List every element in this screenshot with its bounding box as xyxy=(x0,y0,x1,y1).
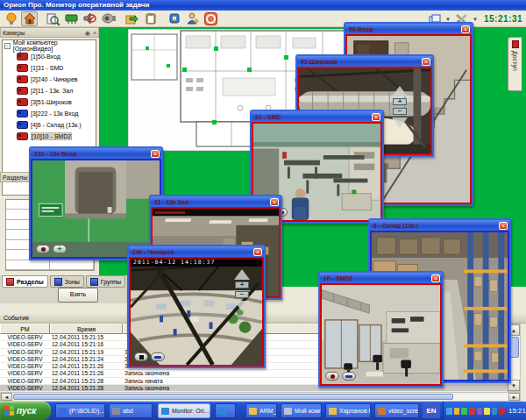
power-off-icon[interactable] xyxy=(203,11,219,26)
tray-icon-2[interactable] xyxy=(454,408,460,415)
add-button[interactable]: + xyxy=(53,245,67,253)
tab-sections[interactable]: Разделы xyxy=(2,275,48,288)
ptz-zoom-in[interactable]: + xyxy=(235,281,249,288)
tree-item-camera-51[interactable]: [3]51-Широков xyxy=(3,96,96,108)
user-icon[interactable] xyxy=(184,11,201,26)
taskbar-item-video-screen[interactable]: video_scree... xyxy=(374,403,419,418)
taskbar: пуск (P:\BOLID)... abd Monitor: Ori... A… xyxy=(0,402,526,420)
scroll-left-icon[interactable]: ◄ xyxy=(1,393,12,401)
close-icon[interactable]: × xyxy=(253,248,262,256)
export-icon[interactable] xyxy=(124,11,140,26)
close-icon[interactable]: × xyxy=(499,222,508,230)
taskbar-item-bolid[interactable]: (P:\BOLID)... xyxy=(55,403,105,418)
take-button[interactable]: Взять xyxy=(58,288,98,303)
ptz-up-icon[interactable] xyxy=(234,269,250,280)
stop-record-button[interactable] xyxy=(134,352,148,361)
lock-icon[interactable] xyxy=(166,11,182,26)
scrollbar-track[interactable] xyxy=(454,393,508,401)
tools-dropdown-icon[interactable]: ▼ xyxy=(473,17,478,22)
language-indicator[interactable]: EN xyxy=(423,403,440,418)
events-horizontal-scrollbar[interactable]: ◄ ► xyxy=(0,392,521,402)
clipboard-icon[interactable] xyxy=(142,11,159,26)
tree-item-camera-11[interactable]: [2]11 - 13к. Зал xyxy=(3,85,96,96)
window-titlebar[interactable]: 31 - SMD × xyxy=(252,111,382,122)
scrollbar-thumb[interactable] xyxy=(13,394,453,400)
tab-zones[interactable]: Зоны xyxy=(50,275,84,288)
close-icon[interactable]: × xyxy=(422,58,430,66)
video-frame-222: + xyxy=(31,159,161,259)
record-button[interactable] xyxy=(325,372,339,381)
window-titlebar[interactable]: 10 - SMD2 × xyxy=(320,273,442,283)
ptz-down-icon[interactable] xyxy=(392,117,408,128)
tray-icon-1[interactable] xyxy=(446,408,452,415)
ptz-zoom-out[interactable]: − xyxy=(235,291,249,298)
camera-window-222[interactable]: 222 - 13к Вход × + xyxy=(29,146,163,260)
close-icon[interactable]: × xyxy=(461,25,470,33)
collapse-icon[interactable]: − xyxy=(4,43,11,49)
tree-root[interactable]: − Мой компьютер [ОрионВидео] xyxy=(3,40,96,51)
tree-item-camera-6[interactable]: [4]6 - Склад (13к.) xyxy=(3,119,96,131)
column-pm[interactable]: РМ xyxy=(0,324,50,334)
taskbar-item-abd[interactable]: abd xyxy=(109,403,153,418)
record-button[interactable] xyxy=(36,245,50,253)
ptz-control[interactable]: + − xyxy=(227,269,257,311)
network-card-icon[interactable] xyxy=(63,11,80,26)
stop-button[interactable] xyxy=(151,352,165,361)
tab-groups[interactable]: Группы xyxy=(86,275,125,288)
window-titlebar[interactable]: 50-Вход × xyxy=(345,24,472,34)
access-side-tab[interactable]: Доступ xyxy=(508,37,522,91)
video-controls: + xyxy=(36,245,67,253)
ptz-down-icon[interactable] xyxy=(234,301,250,311)
ptz-up-icon[interactable] xyxy=(392,86,408,96)
window-titlebar[interactable]: 222 - 13к Вход × xyxy=(31,148,161,159)
close-icon[interactable]: × xyxy=(151,150,160,158)
tree-item-camera-31[interactable]: [1]31 - SMD xyxy=(3,62,96,74)
window-layout-dropdown-icon[interactable]: ▼ xyxy=(445,17,451,22)
tray-icon-6[interactable] xyxy=(484,408,490,415)
tray-icon-7[interactable] xyxy=(492,408,498,415)
window-titlebar[interactable]: 6 - Склад (13к.) × xyxy=(370,220,509,231)
taskbar-item-my-computer[interactable]: Мой комп... xyxy=(281,403,322,418)
window-titlebar[interactable]: 240 - Чинарев × xyxy=(129,246,264,257)
tray-icon-3[interactable] xyxy=(461,408,467,415)
tree-item-camera-240[interactable]: [2]240 - Чинарев xyxy=(3,74,96,85)
tree-item-camera-222[interactable]: [3]222 - 13к Вход xyxy=(3,108,96,119)
home-icon[interactable] xyxy=(21,11,38,26)
taskbar-item-monitor[interactable]: Monitor: Ori... xyxy=(158,403,210,418)
ptz-control[interactable]: + − xyxy=(385,86,415,128)
pin-icon[interactable]: ◉ xyxy=(85,28,90,37)
camera-icon[interactable] xyxy=(100,11,117,26)
camera-red-icon xyxy=(17,87,28,95)
camera-window-10[interactable]: 10 - SMD2 × xyxy=(318,271,444,388)
taskbar-item-arm-folder[interactable]: ARM_ORI... xyxy=(245,403,277,418)
tray-icon-5[interactable] xyxy=(477,408,483,415)
main-clock: 15:21:31 xyxy=(484,14,522,24)
close-icon[interactable]: × xyxy=(270,198,279,206)
tree-item-camera-10[interactable]: [10]10 - SMD2 xyxy=(3,131,96,142)
app-titlebar[interactable]: Орион Про. Монитор оперативной задачи xyxy=(0,0,526,11)
camera-window-240[interactable]: 240 - Чинарев × 2011-04-12 14:18:37 xyxy=(127,245,266,368)
plan-search-icon[interactable] xyxy=(45,11,61,26)
sound-muted-icon[interactable] xyxy=(82,11,98,26)
ptz-zoom-in[interactable]: + xyxy=(393,98,407,105)
ptz-zoom-out[interactable]: − xyxy=(393,108,407,115)
close-icon[interactable]: × xyxy=(431,274,440,282)
camera-red-icon xyxy=(17,132,28,140)
app-icon xyxy=(59,408,67,415)
taskbar-item-window[interactable] xyxy=(215,403,236,418)
app-window: Орион Про. Монитор оперативной задачи xyxy=(0,0,526,420)
video-controls xyxy=(134,352,165,361)
tray-icon-4[interactable] xyxy=(469,408,475,415)
scroll-right-icon[interactable]: ► xyxy=(508,393,520,401)
window-titlebar[interactable]: 11 - 13к Зал × xyxy=(151,196,281,207)
close-icon[interactable]: × xyxy=(372,113,380,121)
close-icon[interactable]: × xyxy=(93,28,96,37)
stop-button[interactable] xyxy=(342,372,356,381)
column-time[interactable]: Время xyxy=(50,324,123,334)
lamp-icon[interactable] xyxy=(3,11,19,26)
tray-icon-8[interactable] xyxy=(499,408,505,415)
tree-item-camera-50[interactable]: [1]50-Вход xyxy=(3,51,96,62)
taskbar-item-user-folder[interactable]: Харланов Р... xyxy=(325,403,371,418)
window-titlebar[interactable]: 51-Широков × xyxy=(297,56,432,67)
start-button[interactable]: пуск xyxy=(0,402,51,420)
